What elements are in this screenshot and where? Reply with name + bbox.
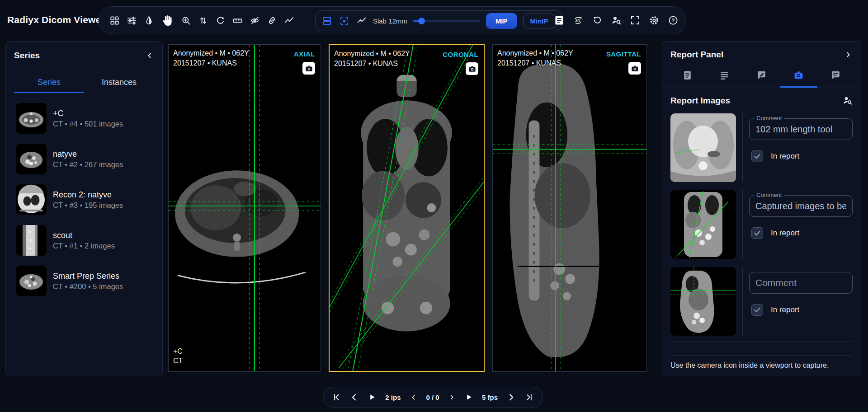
- frame-counter: 0 / 0: [426, 393, 439, 401]
- link-icon[interactable]: [266, 15, 278, 26]
- report-tabs: [662, 65, 861, 88]
- viewport-axial[interactable]: Anonymized • M • 062Y 20151207 • KUNAS A…: [168, 44, 321, 372]
- tab-report-comments[interactable]: [817, 65, 854, 88]
- previous-image-icon[interactable]: [350, 393, 359, 402]
- report-image-thumbnail[interactable]: [670, 190, 736, 259]
- viewport-coronal[interactable]: Anonymized • M • 062Y 20151207 • KUNAS C…: [329, 44, 485, 372]
- series-thumbnail: [16, 103, 47, 134]
- viewport-sagittal[interactable]: Anonymized • M • 062Y 20151207 • KUNAS S…: [492, 44, 647, 372]
- user-search-icon[interactable]: [842, 95, 853, 106]
- slider-handle[interactable]: [418, 18, 425, 24]
- report-images-title: Report Images: [670, 96, 730, 106]
- in-report-label: In report: [771, 152, 799, 161]
- play-cine-icon[interactable]: [368, 393, 376, 401]
- series-thumbnail: [16, 184, 47, 215]
- series-tabs: Series Instances: [14, 72, 154, 93]
- series-thumbnail: [16, 225, 47, 256]
- hide-annotations-icon[interactable]: [249, 15, 260, 26]
- report-image-thumbnail[interactable]: [670, 267, 736, 336]
- series-item[interactable]: +C CT • #4 • 501 images: [14, 100, 154, 136]
- tab-series[interactable]: Series: [14, 72, 84, 93]
- play-fps-icon[interactable]: [465, 393, 473, 401]
- in-report-checkbox[interactable]: [751, 150, 763, 162]
- corner-line1: +C: [173, 346, 183, 356]
- scroll-vertical-icon[interactable]: [198, 15, 209, 26]
- next-image-icon[interactable]: [507, 393, 515, 402]
- rotate-3d-icon[interactable]: 3D: [572, 15, 584, 26]
- patient-info-line1: Anonymized • M • 062Y: [334, 49, 410, 59]
- ct-image-sagittal: [493, 45, 646, 371]
- settings-gear-icon[interactable]: [648, 15, 660, 26]
- comment-input[interactable]: [755, 124, 846, 135]
- report-image-fields: Comment In report: [742, 113, 853, 182]
- series-meta: CT • #4 • 501 images: [53, 119, 123, 129]
- corner-line2: CT: [173, 356, 183, 366]
- stack-layout-icon[interactable]: [321, 15, 333, 27]
- comment-input[interactable]: [755, 201, 846, 211]
- tune-icon[interactable]: [126, 15, 137, 26]
- in-report-checkbox[interactable]: [751, 304, 763, 316]
- series-title: natyve: [53, 149, 123, 159]
- grid-layout-icon[interactable]: [109, 15, 120, 26]
- tab-report-images[interactable]: [780, 65, 817, 88]
- user-search-icon[interactable]: [610, 15, 622, 26]
- divider: [11, 68, 157, 68]
- ruler-icon[interactable]: [232, 15, 243, 26]
- report-panel-title: Report Panel: [670, 50, 723, 60]
- fullscreen-icon[interactable]: [629, 15, 641, 26]
- increase-frame-icon[interactable]: [448, 394, 455, 401]
- series-panel-title: Series: [14, 51, 40, 61]
- reset-icon[interactable]: [591, 15, 603, 26]
- tab-report-annotation[interactable]: [743, 65, 780, 88]
- patient-info-line2: 20151207 • KUNAS: [334, 59, 410, 69]
- comment-field[interactable]: Comment: [749, 118, 853, 140]
- reference-line-icon[interactable]: [283, 15, 295, 26]
- series-item[interactable]: scout CT • #1 • 2 images: [14, 222, 154, 258]
- series-item[interactable]: natyve CT • #2 • 267 images: [14, 141, 154, 177]
- tab-report-text[interactable]: [706, 65, 743, 88]
- zoom-in-icon[interactable]: [180, 15, 192, 26]
- series-meta: CT • #1 • 2 images: [53, 241, 115, 251]
- help-icon[interactable]: ?: [667, 15, 679, 26]
- skip-to-start-icon[interactable]: [332, 393, 341, 402]
- minip-button[interactable]: MinIP: [523, 14, 556, 28]
- decrease-frame-icon[interactable]: [410, 394, 417, 401]
- slab-line-icon[interactable]: [356, 15, 367, 27]
- ct-image-axial: [169, 45, 321, 371]
- series-item[interactable]: Recon 2: natyve CT • #3 • 195 images: [14, 182, 154, 218]
- crosshair-focus-icon[interactable]: [339, 15, 350, 27]
- orientation-label: CORONAL: [443, 51, 478, 58]
- report-notes-icon[interactable]: [553, 15, 565, 26]
- report-image-thumbnail[interactable]: [670, 113, 736, 182]
- series-item[interactable]: Smart Prep Series CT • #200 • 5 images: [14, 263, 154, 299]
- images-per-second-label[interactable]: 2 ips: [385, 393, 401, 401]
- comment-field[interactable]: Comment: [749, 195, 853, 217]
- comment-field-label: Comment: [754, 192, 784, 198]
- slab-thickness-slider[interactable]: [413, 18, 480, 24]
- series-meta: CT • #2 • 267 images: [53, 159, 123, 169]
- comment-field[interactable]: [749, 272, 853, 294]
- patient-info: Anonymized • M • 062Y 20151207 • KUNAS: [497, 48, 573, 69]
- expand-panel-icon[interactable]: [844, 50, 853, 59]
- collapse-panel-icon[interactable]: [145, 51, 154, 60]
- mip-button[interactable]: MIP: [486, 13, 517, 29]
- report-image-fields: Comment In report: [742, 190, 853, 259]
- rotate-icon[interactable]: [215, 15, 226, 26]
- skip-to-end-icon[interactable]: [525, 393, 533, 402]
- report-image-fields: In report: [742, 267, 853, 336]
- ct-image-coronal: [330, 45, 484, 371]
- comment-input[interactable]: [755, 278, 846, 288]
- in-report-checkbox[interactable]: [751, 227, 763, 239]
- in-report-label: In report: [771, 229, 799, 238]
- pan-hand-icon[interactable]: [160, 14, 175, 28]
- series-corner-info: +C CT: [173, 346, 183, 366]
- frames-per-second-label[interactable]: 5 fps: [482, 393, 498, 401]
- capture-camera-button[interactable]: [628, 62, 641, 75]
- report-footer-hint: Use the camera icon inside a viewport to…: [670, 355, 853, 370]
- capture-camera-button[interactable]: [466, 62, 478, 75]
- contrast-icon[interactable]: [143, 15, 155, 26]
- tab-instances[interactable]: Instances: [84, 72, 154, 93]
- toolbar-right-group: 3D ?: [553, 7, 679, 34]
- capture-camera-button[interactable]: [302, 62, 315, 75]
- tab-report-document[interactable]: [669, 65, 706, 88]
